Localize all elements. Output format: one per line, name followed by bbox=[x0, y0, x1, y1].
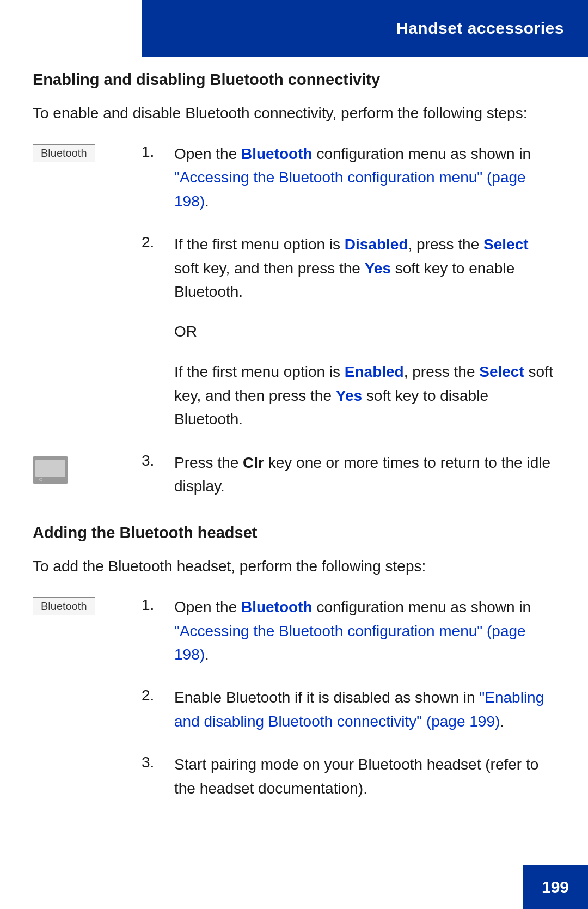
section2-step-2-number: 2. bbox=[142, 686, 174, 704]
section-adding-bluetooth: Adding the Bluetooth headset To add the … bbox=[33, 524, 555, 800]
step-2-content: If the first menu option is Disabled, pr… bbox=[174, 233, 555, 303]
section2-intro: To add the Bluetooth headset, perform th… bbox=[33, 555, 555, 578]
bluetooth-bold-2: Bluetooth bbox=[241, 599, 313, 615]
step-2-number: 2. bbox=[142, 233, 174, 251]
clr-key-icon: c bbox=[33, 454, 76, 486]
step-3-row: c 3. Press the Clr key one or more times… bbox=[33, 451, 555, 498]
step-1-number: 1. bbox=[142, 142, 174, 161]
section2-step-2-row: 2. Enable Bluetooth if it is disabled as… bbox=[33, 686, 555, 733]
section1-heading: Enabling and disabling Bluetooth connect… bbox=[33, 71, 555, 89]
page-number-bar: 199 bbox=[523, 865, 588, 909]
svg-marker-1 bbox=[68, 456, 76, 484]
yes-text-2: Yes bbox=[336, 387, 362, 404]
page-number: 199 bbox=[542, 878, 569, 896]
section2-step-2-content: Enable Bluetooth if it is disabled as sh… bbox=[174, 686, 555, 733]
step-1-left: Bluetooth bbox=[33, 142, 142, 162]
or-continuation-left bbox=[33, 360, 142, 362]
section2-step-2-left bbox=[33, 686, 142, 688]
bluetooth-button-image-2: Bluetooth bbox=[33, 597, 95, 615]
step-3-left: c bbox=[33, 451, 142, 486]
header-title: Handset accessories bbox=[396, 19, 564, 38]
section2-step-1-number: 1. bbox=[142, 595, 174, 614]
section2-heading: Adding the Bluetooth headset bbox=[33, 524, 555, 542]
step-1-row: Bluetooth 1. Open the Bluetooth configur… bbox=[33, 142, 555, 213]
section2-step-1-row: Bluetooth 1. Open the Bluetooth configur… bbox=[33, 595, 555, 666]
step-2-left bbox=[33, 233, 142, 235]
section2-step-1-left: Bluetooth bbox=[33, 595, 142, 615]
or-separator: OR bbox=[33, 323, 555, 340]
link-accessing-2[interactable]: "Accessing the Bluetooth configuration m… bbox=[174, 623, 526, 663]
disabled-text: Disabled bbox=[345, 236, 408, 253]
svg-text:c: c bbox=[39, 475, 43, 483]
section2-step-3-left bbox=[33, 753, 142, 755]
header-bar: Handset accessories bbox=[142, 0, 588, 57]
link-enabling[interactable]: "Enabling and disabling Bluetooth connec… bbox=[174, 689, 544, 729]
section1-intro: To enable and disable Bluetooth connecti… bbox=[33, 102, 555, 125]
step-3-number: 3. bbox=[142, 451, 174, 469]
or-continuation-number bbox=[142, 360, 174, 361]
step-2-row: 2. If the first menu option is Disabled,… bbox=[33, 233, 555, 303]
select-text-2: Select bbox=[479, 363, 524, 380]
or-text: OR bbox=[174, 323, 197, 340]
link-accessing-1[interactable]: "Accessing the Bluetooth configuration m… bbox=[174, 169, 526, 209]
step-1-content: Open the Bluetooth configuration menu as… bbox=[174, 142, 555, 213]
clr-text: Clr bbox=[243, 454, 264, 471]
section-enabling-bluetooth: Enabling and disabling Bluetooth connect… bbox=[33, 71, 555, 498]
section2-step-3-number: 3. bbox=[142, 753, 174, 771]
yes-text-1: Yes bbox=[365, 260, 391, 277]
section2-step-3-content: Start pairing mode on your Bluetooth hea… bbox=[174, 753, 555, 800]
main-content: Enabling and disabling Bluetooth connect… bbox=[0, 0, 588, 863]
or-continuation-content: If the first menu option is Enabled, pre… bbox=[174, 360, 555, 431]
select-text-1: Select bbox=[483, 236, 529, 253]
bluetooth-bold-1: Bluetooth bbox=[241, 145, 313, 162]
bluetooth-button-image: Bluetooth bbox=[33, 144, 95, 162]
section2-step-1-content: Open the Bluetooth configuration menu as… bbox=[174, 595, 555, 666]
clr-key-svg: c bbox=[33, 454, 76, 486]
section2-step-3-row: 3. Start pairing mode on your Bluetooth … bbox=[33, 753, 555, 800]
step-3-content: Press the Clr key one or more times to r… bbox=[174, 451, 555, 498]
enabled-text: Enabled bbox=[345, 363, 404, 380]
or-continuation-row: If the first menu option is Enabled, pre… bbox=[33, 360, 555, 431]
